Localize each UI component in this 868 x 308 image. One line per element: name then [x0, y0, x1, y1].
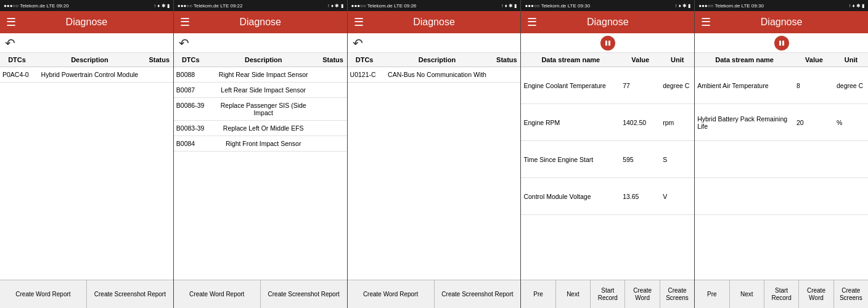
table-row: B0088Right Rear Side Impact Sensor: [174, 67, 347, 83]
col-header-1: Description: [34, 55, 145, 65]
footer-btn-start-record[interactable]: Start Record: [591, 280, 625, 308]
footer-btn-pre[interactable]: Pre: [521, 280, 555, 308]
table-header-4: Data stream nameValueUnit: [521, 53, 694, 67]
dtc-status: [319, 70, 347, 72]
back-icon-3[interactable]: ↶: [353, 36, 363, 51]
col-header-0: DTCs: [0, 55, 34, 65]
pause-button-4[interactable]: [600, 36, 615, 51]
col-header-2: Unit: [660, 55, 694, 65]
header-title-3: Diagnose: [413, 17, 455, 28]
dtc-status: [319, 85, 347, 87]
status-icons: ↑ ♦ ✱ ▮: [848, 3, 864, 9]
header-title-2: Diagnose: [239, 17, 281, 28]
carrier-text: ●●●○○ Telekom.de LTE 09:30: [698, 3, 764, 9]
carrier-text: ●●●○○ Telekom.de LTE 09:20: [4, 3, 69, 9]
table-row: B0084Right Front Impact Sensor: [174, 136, 347, 152]
status-bar-2: ●●●○○ Telekom.de LTE 09:22 ↑ ♦ ✱ ▮: [174, 0, 347, 11]
col-header-0: Data stream name: [521, 55, 620, 65]
footer-btn-create-word[interactable]: Create Word: [625, 280, 660, 308]
stream-name: Control Module Voltage: [521, 192, 620, 201]
footer-btn-create-word[interactable]: Create Word: [799, 280, 833, 308]
table-row: P0AC4-0Hybrid Powertrain Control Module: [0, 67, 173, 83]
footer-btn-create-word-report[interactable]: Create Word Report: [174, 280, 261, 308]
footer-btn-next[interactable]: Next: [730, 280, 764, 308]
footer-btn-create-screenshot-report[interactable]: Create Screenshot Report: [435, 280, 521, 308]
status-icons: ↑ ♦ ✱ ▮: [327, 3, 343, 9]
back-row-1: ↶: [0, 33, 173, 53]
dtc-description: Replace Left Or Middle EFS: [208, 123, 319, 133]
pause-row-5: [695, 33, 868, 53]
dtc-description: Left Rear Side Impact Sensor: [208, 85, 319, 95]
data-stream-row: Ambient Air Temperature8degree C: [695, 67, 868, 104]
data-stream-row: Control Module Voltage13.65V: [521, 178, 694, 215]
footer-btn-create-screens[interactable]: Create Screens: [834, 280, 868, 308]
svg-rect-2: [779, 41, 781, 46]
status-icons: ↑ ♦ ✱ ▮: [154, 3, 170, 9]
dtc-description: Replace Passenger SIS (Side Impact: [208, 100, 319, 118]
screen-1: ●●●○○ Telekom.de LTE 09:20 ↑ ♦ ✱ ▮ ☰ Dia…: [0, 0, 174, 308]
stream-value: 8: [794, 81, 834, 91]
back-icon-1[interactable]: ↶: [5, 36, 15, 51]
dtc-description: CAN-Bus No Communication With: [382, 70, 493, 79]
data-stream-row: Time Since Engine Start595S: [521, 141, 694, 178]
table-body-4: Engine Coolant Temperature77degree CEngi…: [521, 67, 694, 280]
back-row-2: ↶: [174, 33, 347, 53]
stream-unit: degree C: [834, 81, 868, 91]
stream-name: Hybrid Battery Pack Remaining Life: [695, 114, 794, 131]
screens-container: ●●●○○ Telekom.de LTE 09:20 ↑ ♦ ✱ ▮ ☰ Dia…: [0, 0, 868, 308]
screen-5: ●●●○○ Telekom.de LTE 09:30 ↑ ♦ ✱ ▮ ☰ Dia…: [695, 0, 868, 308]
screen-3: ●●●○○ Telekom.de LTE 09:26 ↑ ♦ ✱ ▮ ☰ Dia…: [348, 0, 522, 308]
data-stream-row: Engine Coolant Temperature77degree C: [521, 67, 694, 104]
stream-name: Ambient Air Temperature: [695, 81, 794, 91]
footer-btn-start-record[interactable]: Start Record: [764, 280, 799, 308]
table-body-1: P0AC4-0Hybrid Powertrain Control Module: [0, 67, 173, 280]
status-bar-5: ●●●○○ Telekom.de LTE 09:30 ↑ ♦ ✱ ▮: [695, 0, 868, 11]
stream-unit: degree C: [660, 81, 694, 91]
pause-button-5[interactable]: [774, 36, 789, 51]
header-title-1: Diagnose: [66, 17, 108, 28]
footer-btn-pre[interactable]: Pre: [695, 280, 729, 308]
col-header-2: Status: [319, 55, 347, 65]
carrier-text: ●●●○○ Telekom.de LTE 09:22: [178, 3, 243, 9]
stream-unit: [834, 158, 868, 161]
col-header-0: DTCs: [348, 55, 382, 65]
menu-icon-4[interactable]: ☰: [527, 17, 537, 28]
back-icon-2[interactable]: ↶: [179, 36, 189, 51]
dtc-code: B0083-39: [174, 123, 208, 133]
pause-row-4: [521, 33, 694, 53]
col-header-0: Data stream name: [695, 55, 794, 65]
col-header-2: Unit: [834, 55, 868, 65]
svg-rect-1: [608, 41, 610, 46]
status-bar-3: ●●●○○ Telekom.de LTE 09:26 ↑ ♦ ✱ ▮: [348, 0, 521, 11]
table-header-1: DTCsDescriptionStatus: [0, 53, 173, 67]
carrier-text: ●●●○○ Telekom.de LTE 09:26: [351, 3, 417, 9]
col-header-1: Value: [620, 55, 660, 65]
footer-btn-create-word-report[interactable]: Create Word Report: [0, 280, 87, 308]
table-header-3: DTCsDescriptionStatus: [348, 53, 521, 67]
dtc-description: Right Front Impact Sensor: [208, 139, 319, 148]
stream-unit: rpm: [660, 118, 694, 128]
stream-name: Engine Coolant Temperature: [521, 81, 620, 91]
stream-name: Engine RPM: [521, 118, 620, 128]
footer-4: PreNextStart RecordCreate WordCreate Scr…: [521, 280, 694, 308]
footer-5: PreNextStart RecordCreate WordCreate Scr…: [695, 280, 868, 308]
menu-icon-5[interactable]: ☰: [701, 17, 711, 28]
screen-2: ●●●○○ Telekom.de LTE 09:22 ↑ ♦ ✱ ▮ ☰ Dia…: [174, 0, 348, 308]
footer-btn-create-screenshot-report[interactable]: Create Screenshot Report: [87, 280, 173, 308]
menu-icon-3[interactable]: ☰: [354, 17, 364, 28]
stream-unit: S: [660, 155, 694, 164]
menu-icon-2[interactable]: ☰: [180, 17, 190, 28]
footer-btn-create-word-report[interactable]: Create Word Report: [348, 280, 435, 308]
table-header-2: DTCsDescriptionStatus: [174, 53, 347, 67]
footer-btn-create-screenshot-report[interactable]: Create Screenshot Report: [261, 280, 347, 308]
footer-btn-create-screens[interactable]: Create Screens: [660, 280, 694, 308]
stream-unit: %: [834, 118, 868, 128]
menu-icon-1[interactable]: ☰: [6, 17, 16, 28]
dtc-code: B0084: [174, 139, 208, 148]
col-header-1: Description: [382, 55, 493, 65]
table-row: B0083-39Replace Left Or Middle EFS: [174, 121, 347, 136]
dtc-description: Right Rear Side Impact Sensor: [208, 70, 319, 79]
stream-value: 595: [620, 155, 660, 164]
table-body-5: Ambient Air Temperature8degree CHybrid B…: [695, 67, 868, 280]
footer-btn-next[interactable]: Next: [556, 280, 591, 308]
